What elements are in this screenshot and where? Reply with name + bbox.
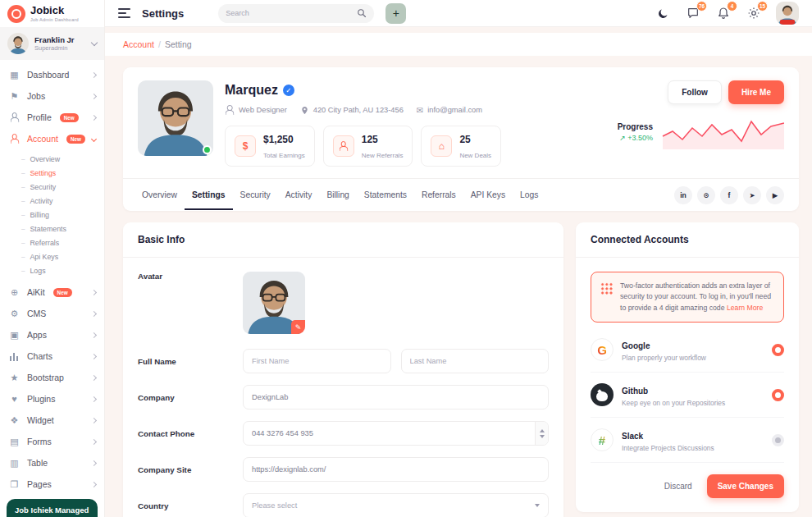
- sidebar-item-charts[interactable]: Charts: [0, 345, 104, 367]
- brand[interactable]: Jobick Job Admin Dashboard: [0, 0, 104, 27]
- stat-value: 125: [362, 134, 378, 145]
- dashboard-icon: ▦: [8, 71, 21, 80]
- search-input[interactable]: [226, 9, 352, 17]
- search-box: [218, 4, 374, 23]
- sidebar-item-cms[interactable]: ⚙ CMS: [0, 303, 104, 324]
- profile-photo: [138, 80, 213, 156]
- google-toggle[interactable]: [772, 344, 784, 356]
- stat-total-earnings: $ $1,250Total Earnings: [225, 126, 315, 167]
- country-select[interactable]: Please select: [243, 493, 549, 517]
- submenu-item-referrals[interactable]: Referrals: [0, 236, 104, 249]
- full-name-label: Full Name: [138, 357, 243, 366]
- jobs-icon: ⚑: [8, 92, 21, 101]
- chevron-right-icon: [91, 438, 97, 444]
- edit-avatar-button[interactable]: ✎: [291, 320, 305, 334]
- plugins-icon: ♥: [8, 395, 21, 404]
- first-name-input[interactable]: [243, 349, 391, 373]
- linkedin-icon[interactable]: in: [674, 186, 692, 204]
- account-icon: [8, 134, 21, 144]
- tab-referrals[interactable]: Referrals: [414, 180, 463, 210]
- person-icon: [225, 105, 235, 115]
- contact-phone-input[interactable]: [243, 421, 549, 446]
- basic-info-card: Basic Info Avatar ✎ F: [123, 222, 563, 517]
- tab-activity[interactable]: Activity: [278, 180, 320, 210]
- user-role: Superadmin: [34, 44, 75, 52]
- facebook-icon[interactable]: f: [720, 186, 738, 204]
- tab-settings[interactable]: Settings: [185, 180, 233, 210]
- sidebar-item-label: AiKit: [27, 287, 45, 297]
- submenu-item-activity[interactable]: Activity: [0, 194, 104, 208]
- user-card[interactable]: Franklin Jr Superadmin: [0, 27, 104, 60]
- follow-button[interactable]: Follow: [668, 80, 722, 104]
- phone-stepper[interactable]: [535, 422, 548, 445]
- add-button[interactable]: +: [385, 3, 406, 24]
- learn-more-link[interactable]: Learn More: [727, 304, 763, 312]
- sidebar-item-widget[interactable]: ❖ Widget: [0, 409, 104, 431]
- submenu-item-overview[interactable]: Overview: [0, 152, 104, 166]
- submenu-item-billing[interactable]: Billing: [0, 208, 104, 222]
- github-toggle[interactable]: [772, 389, 784, 401]
- tab-security[interactable]: Security: [233, 180, 278, 210]
- account-submenu: Overview Settings Security Activity Bill…: [0, 149, 104, 281]
- hamburger-menu-icon[interactable]: [118, 8, 130, 18]
- tab-billing[interactable]: Billing: [319, 180, 356, 210]
- instagram-icon[interactable]: ⊙: [697, 186, 715, 204]
- breadcrumb-section[interactable]: Account: [123, 39, 154, 49]
- breadcrumb-page: Setting: [165, 39, 192, 49]
- hire-me-button[interactable]: Hire Me: [728, 80, 784, 104]
- sidebar-item-apps[interactable]: ▣ Apps: [0, 324, 104, 345]
- messages-button[interactable]: 76: [685, 5, 701, 21]
- tab-api-keys[interactable]: API Keys: [463, 180, 513, 210]
- moon-icon: [657, 7, 669, 20]
- slack-toggle[interactable]: [772, 434, 784, 446]
- discard-button[interactable]: Discard: [664, 482, 692, 491]
- tab-statements[interactable]: Statements: [357, 180, 414, 210]
- referrals-icon: [333, 135, 354, 157]
- sidebar-item-profile[interactable]: Profile New: [0, 107, 104, 128]
- apps-icon: ▣: [8, 331, 21, 340]
- stepper-down-icon[interactable]: [540, 435, 545, 438]
- chevron-right-icon: [91, 71, 97, 77]
- brand-name: Jobick: [30, 5, 79, 16]
- company-site-input[interactable]: [243, 457, 549, 482]
- submenu-item-api-keys[interactable]: Api Keys: [0, 249, 104, 263]
- sidebar-item-bootstrap[interactable]: ★ Bootstrap: [0, 367, 104, 388]
- sidebar-item-dashboard[interactable]: ▦ Dashboard: [0, 64, 104, 85]
- youtube-icon[interactable]: ▶: [766, 186, 784, 204]
- select-caret-icon: [535, 504, 540, 507]
- submenu-item-security[interactable]: Security: [0, 180, 104, 194]
- company-input[interactable]: [243, 385, 549, 409]
- sidebar-item-aikit[interactable]: ⊕ AiKit New: [0, 281, 104, 303]
- deals-icon: ⌂: [431, 135, 452, 157]
- save-changes-button[interactable]: Save Changes: [707, 474, 784, 498]
- sidebar-promo-card[interactable]: Job Ichiek Managed: [7, 499, 98, 517]
- sidebar-item-pages[interactable]: ❐ Pages: [0, 474, 104, 495]
- sidebar-item-label: Dashboard: [27, 70, 69, 80]
- sidebar-item-plugins[interactable]: ♥ Plugins: [0, 388, 104, 409]
- sidebar-item-account[interactable]: Account New: [0, 128, 104, 149]
- sidebar-item-forms[interactable]: ▤ Forms: [0, 431, 104, 452]
- telegram-icon[interactable]: ➤: [743, 186, 761, 204]
- submenu-item-logs[interactable]: Logs: [0, 263, 104, 277]
- sidebar-item-table[interactable]: ▥ Table: [0, 452, 104, 474]
- brand-logo-icon: [7, 5, 25, 23]
- submenu-item-statements[interactable]: Statements: [0, 222, 104, 236]
- stat-new-deals: ⌂ 25New Deals: [421, 126, 501, 167]
- stepper-up-icon[interactable]: [540, 429, 545, 432]
- last-name-input[interactable]: [401, 349, 550, 373]
- settings-button[interactable]: 15: [746, 5, 762, 21]
- topbar-avatar[interactable]: [776, 2, 799, 25]
- country-select-value: Please select: [252, 501, 297, 510]
- dark-mode-toggle[interactable]: [655, 5, 671, 21]
- settings-count-badge: 15: [757, 1, 768, 11]
- chevron-right-icon: [91, 353, 97, 359]
- notifications-count-badge: 4: [727, 1, 737, 11]
- chevron-right-icon: [91, 374, 97, 380]
- chevron-down-icon: [91, 135, 97, 141]
- tab-logs[interactable]: Logs: [513, 180, 545, 210]
- submenu-item-settings[interactable]: Settings: [0, 166, 104, 180]
- notifications-button[interactable]: 4: [715, 5, 732, 21]
- tab-overview[interactable]: Overview: [135, 180, 185, 210]
- account-desc: Plan properly your workflow: [622, 354, 706, 362]
- sidebar-item-jobs[interactable]: ⚑ Jobs: [0, 85, 104, 107]
